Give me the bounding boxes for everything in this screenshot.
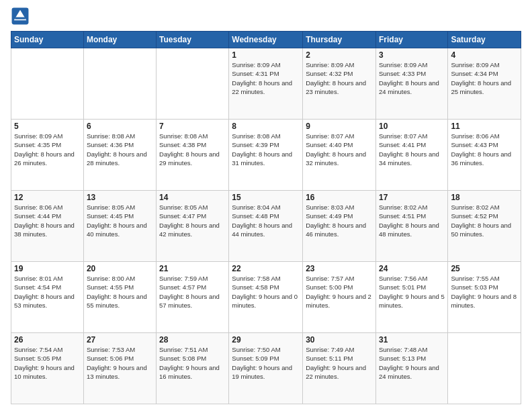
- day-info: Sunrise: 7:48 AMSunset: 5:13 PMDaylight:…: [379, 345, 445, 381]
- weekday-header: Thursday: [303, 32, 376, 48]
- day-number: 31: [379, 335, 445, 345]
- day-number: 7: [159, 122, 226, 131]
- calendar-cell: 11Sunrise: 8:06 AMSunset: 4:43 PMDayligh…: [448, 120, 521, 191]
- calendar-week-row: 12Sunrise: 8:06 AMSunset: 4:44 PMDayligh…: [11, 191, 521, 262]
- calendar-cell: 1Sunrise: 8:09 AMSunset: 4:31 PMDaylight…: [229, 48, 303, 120]
- calendar-week-row: 19Sunrise: 8:01 AMSunset: 4:54 PMDayligh…: [11, 262, 521, 333]
- day-info: Sunrise: 7:50 AMSunset: 5:09 PMDaylight:…: [232, 345, 300, 381]
- calendar-cell: 31Sunrise: 7:48 AMSunset: 5:13 PMDayligh…: [375, 333, 447, 404]
- weekday-header: Saturday: [448, 32, 521, 48]
- day-info: Sunrise: 8:02 AMSunset: 4:51 PMDaylight:…: [379, 203, 445, 238]
- calendar-week-row: 26Sunrise: 7:54 AMSunset: 5:05 PMDayligh…: [11, 333, 521, 404]
- calendar-cell: 4Sunrise: 8:09 AMSunset: 4:34 PMDaylight…: [448, 48, 521, 120]
- weekday-header: Monday: [83, 32, 156, 48]
- day-number: 3: [379, 50, 445, 60]
- day-info: Sunrise: 8:08 AMSunset: 4:38 PMDaylight:…: [159, 132, 226, 167]
- calendar-cell: 12Sunrise: 8:06 AMSunset: 4:44 PMDayligh…: [11, 191, 84, 262]
- day-number: 17: [379, 193, 445, 202]
- day-info: Sunrise: 7:57 AMSunset: 5:00 PMDaylight:…: [306, 274, 373, 310]
- calendar-week-row: 1Sunrise: 8:09 AMSunset: 4:31 PMDaylight…: [11, 48, 521, 120]
- weekday-header: Wednesday: [229, 32, 303, 48]
- calendar-cell: 18Sunrise: 8:02 AMSunset: 4:52 PMDayligh…: [448, 191, 521, 262]
- day-number: 28: [159, 335, 226, 345]
- calendar-cell: 16Sunrise: 8:03 AMSunset: 4:49 PMDayligh…: [303, 191, 376, 262]
- day-number: 13: [87, 193, 153, 202]
- day-number: 21: [159, 264, 226, 273]
- logo-icon: [11, 7, 30, 26]
- day-info: Sunrise: 8:08 AMSunset: 4:36 PMDaylight:…: [87, 132, 153, 167]
- calendar-cell: 25Sunrise: 7:55 AMSunset: 5:03 PMDayligh…: [448, 262, 521, 333]
- calendar-cell: [448, 333, 521, 404]
- day-info: Sunrise: 8:00 AMSunset: 4:55 PMDaylight:…: [87, 274, 153, 310]
- day-number: 29: [232, 335, 300, 345]
- day-info: Sunrise: 8:06 AMSunset: 4:43 PMDaylight:…: [451, 132, 518, 167]
- day-info: Sunrise: 8:05 AMSunset: 4:45 PMDaylight:…: [87, 203, 153, 238]
- calendar-cell: [11, 48, 84, 120]
- calendar-cell: 24Sunrise: 7:56 AMSunset: 5:01 PMDayligh…: [375, 262, 447, 333]
- calendar-cell: 13Sunrise: 8:05 AMSunset: 4:45 PMDayligh…: [83, 191, 156, 262]
- day-info: Sunrise: 7:55 AMSunset: 5:03 PMDaylight:…: [451, 274, 518, 310]
- calendar-cell: 17Sunrise: 8:02 AMSunset: 4:51 PMDayligh…: [375, 191, 447, 262]
- page: SundayMondayTuesdayWednesdayThursdayFrid…: [0, 0, 532, 411]
- calendar-cell: 26Sunrise: 7:54 AMSunset: 5:05 PMDayligh…: [11, 333, 84, 404]
- day-info: Sunrise: 7:58 AMSunset: 4:58 PMDaylight:…: [232, 274, 300, 310]
- calendar-cell: 22Sunrise: 7:58 AMSunset: 4:58 PMDayligh…: [229, 262, 303, 333]
- day-number: 25: [451, 264, 518, 273]
- day-number: 23: [306, 264, 373, 273]
- day-info: Sunrise: 8:06 AMSunset: 4:44 PMDaylight:…: [14, 203, 81, 238]
- calendar-cell: [83, 48, 156, 120]
- day-info: Sunrise: 7:49 AMSunset: 5:11 PMDaylight:…: [306, 345, 373, 381]
- day-info: Sunrise: 7:54 AMSunset: 5:05 PMDaylight:…: [14, 345, 81, 381]
- day-number: 19: [14, 264, 81, 273]
- calendar-cell: 29Sunrise: 7:50 AMSunset: 5:09 PMDayligh…: [229, 333, 303, 404]
- calendar-cell: 21Sunrise: 7:59 AMSunset: 4:57 PMDayligh…: [157, 262, 229, 333]
- day-number: 18: [451, 193, 518, 202]
- calendar-cell: 7Sunrise: 8:08 AMSunset: 4:38 PMDaylight…: [157, 120, 229, 191]
- day-number: 20: [87, 264, 153, 273]
- day-number: 11: [451, 122, 518, 131]
- calendar-cell: 15Sunrise: 8:04 AMSunset: 4:48 PMDayligh…: [229, 191, 303, 262]
- day-number: 15: [232, 193, 300, 202]
- day-info: Sunrise: 8:01 AMSunset: 4:54 PMDaylight:…: [14, 274, 81, 310]
- calendar-cell: 23Sunrise: 7:57 AMSunset: 5:00 PMDayligh…: [303, 262, 376, 333]
- day-info: Sunrise: 8:07 AMSunset: 4:40 PMDaylight:…: [306, 132, 373, 167]
- day-info: Sunrise: 8:04 AMSunset: 4:48 PMDaylight:…: [232, 203, 300, 238]
- calendar-cell: 3Sunrise: 8:09 AMSunset: 4:33 PMDaylight…: [375, 48, 447, 120]
- day-info: Sunrise: 7:53 AMSunset: 5:06 PMDaylight:…: [87, 345, 153, 381]
- calendar-cell: [157, 48, 229, 120]
- day-info: Sunrise: 8:07 AMSunset: 4:41 PMDaylight:…: [379, 132, 445, 167]
- calendar-cell: 2Sunrise: 8:09 AMSunset: 4:32 PMDaylight…: [303, 48, 376, 120]
- weekday-header-row: SundayMondayTuesdayWednesdayThursdayFrid…: [11, 32, 521, 48]
- calendar-cell: 27Sunrise: 7:53 AMSunset: 5:06 PMDayligh…: [83, 333, 156, 404]
- day-number: 1: [232, 50, 300, 60]
- day-info: Sunrise: 8:08 AMSunset: 4:39 PMDaylight:…: [232, 132, 300, 167]
- day-info: Sunrise: 8:05 AMSunset: 4:47 PMDaylight:…: [159, 203, 226, 238]
- day-info: Sunrise: 8:09 AMSunset: 4:32 PMDaylight:…: [306, 60, 373, 96]
- day-number: 2: [306, 50, 373, 60]
- day-number: 5: [14, 122, 81, 131]
- day-number: 12: [14, 193, 81, 202]
- calendar: SundayMondayTuesdayWednesdayThursdayFrid…: [11, 31, 521, 404]
- calendar-cell: 9Sunrise: 8:07 AMSunset: 4:40 PMDaylight…: [303, 120, 376, 191]
- calendar-cell: 8Sunrise: 8:08 AMSunset: 4:39 PMDaylight…: [229, 120, 303, 191]
- weekday-header: Sunday: [11, 32, 84, 48]
- day-info: Sunrise: 8:02 AMSunset: 4:52 PMDaylight:…: [451, 203, 518, 238]
- day-info: Sunrise: 7:56 AMSunset: 5:01 PMDaylight:…: [379, 274, 445, 310]
- day-info: Sunrise: 7:59 AMSunset: 4:57 PMDaylight:…: [159, 274, 226, 310]
- day-number: 24: [379, 264, 445, 273]
- calendar-cell: 28Sunrise: 7:51 AMSunset: 5:08 PMDayligh…: [157, 333, 229, 404]
- day-info: Sunrise: 8:09 AMSunset: 4:35 PMDaylight:…: [14, 132, 81, 167]
- calendar-cell: 5Sunrise: 8:09 AMSunset: 4:35 PMDaylight…: [11, 120, 84, 191]
- day-number: 8: [232, 122, 300, 131]
- day-info: Sunrise: 8:09 AMSunset: 4:33 PMDaylight:…: [379, 60, 445, 96]
- calendar-week-row: 5Sunrise: 8:09 AMSunset: 4:35 PMDaylight…: [11, 120, 521, 191]
- day-number: 22: [232, 264, 300, 273]
- day-info: Sunrise: 8:09 AMSunset: 4:34 PMDaylight:…: [451, 60, 518, 96]
- calendar-cell: 19Sunrise: 8:01 AMSunset: 4:54 PMDayligh…: [11, 262, 84, 333]
- day-number: 16: [306, 193, 373, 202]
- calendar-cell: 10Sunrise: 8:07 AMSunset: 4:41 PMDayligh…: [375, 120, 447, 191]
- day-number: 10: [379, 122, 445, 131]
- weekday-header: Tuesday: [157, 32, 229, 48]
- calendar-cell: 6Sunrise: 8:08 AMSunset: 4:36 PMDaylight…: [83, 120, 156, 191]
- day-number: 27: [87, 335, 153, 345]
